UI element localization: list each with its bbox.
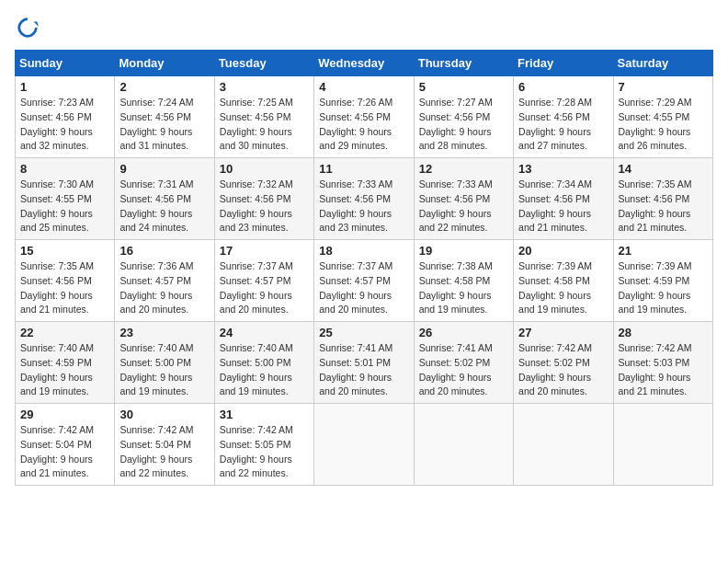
day-number: 8 <box>20 162 109 176</box>
day-info: Sunrise: 7:33 AMSunset: 4:56 PMDaylight:… <box>419 178 508 236</box>
calendar-week-4: 22 Sunrise: 7:40 AMSunset: 4:59 PMDaylig… <box>16 322 713 404</box>
calendar-day-5: 5 Sunrise: 7:27 AMSunset: 4:56 PMDayligh… <box>414 76 513 158</box>
calendar-day-1: 1 Sunrise: 7:23 AMSunset: 4:56 PMDayligh… <box>16 76 115 158</box>
svg-marker-0 <box>34 21 40 27</box>
calendar-day-16: 16 Sunrise: 7:36 AMSunset: 4:57 PMDaylig… <box>115 240 214 322</box>
day-number: 2 <box>119 80 209 94</box>
day-number: 23 <box>119 326 209 339</box>
day-number: 13 <box>518 162 608 176</box>
day-info: Sunrise: 7:27 AMSunset: 4:56 PMDaylight:… <box>419 96 508 154</box>
day-info: Sunrise: 7:36 AMSunset: 4:57 PMDaylight:… <box>119 259 209 317</box>
day-number: 4 <box>319 80 408 94</box>
calendar-day-24: 24 Sunrise: 7:40 AMSunset: 5:00 PMDaylig… <box>214 322 313 404</box>
calendar-empty <box>514 404 613 486</box>
day-info: Sunrise: 7:39 AMSunset: 4:59 PMDaylight:… <box>619 259 708 317</box>
calendar-day-30: 30 Sunrise: 7:42 AMSunset: 5:04 PMDaylig… <box>115 404 214 486</box>
day-number: 6 <box>518 80 608 94</box>
day-info: Sunrise: 7:41 AMSunset: 5:01 PMDaylight:… <box>319 341 408 399</box>
day-number: 29 <box>20 408 109 421</box>
day-info: Sunrise: 7:40 AMSunset: 4:59 PMDaylight:… <box>20 341 109 399</box>
day-info: Sunrise: 7:41 AMSunset: 5:02 PMDaylight:… <box>419 341 508 399</box>
day-info: Sunrise: 7:30 AMSunset: 4:55 PMDaylight:… <box>20 178 109 236</box>
weekday-header-tuesday: Tuesday <box>214 51 313 76</box>
day-info: Sunrise: 7:42 AMSunset: 5:05 PMDaylight:… <box>220 423 309 481</box>
day-number: 26 <box>419 326 508 339</box>
day-number: 20 <box>518 244 608 258</box>
day-number: 15 <box>20 244 109 258</box>
calendar-week-3: 15 Sunrise: 7:35 AMSunset: 4:56 PMDaylig… <box>16 240 713 322</box>
day-info: Sunrise: 7:35 AMSunset: 4:56 PMDaylight:… <box>619 178 708 236</box>
calendar-day-26: 26 Sunrise: 7:41 AMSunset: 5:02 PMDaylig… <box>414 322 513 404</box>
day-number: 21 <box>619 244 708 258</box>
day-info: Sunrise: 7:42 AMSunset: 5:04 PMDaylight:… <box>20 423 109 481</box>
calendar-day-13: 13 Sunrise: 7:34 AMSunset: 4:56 PMDaylig… <box>514 158 613 240</box>
calendar-day-28: 28 Sunrise: 7:42 AMSunset: 5:03 PMDaylig… <box>613 322 712 404</box>
day-number: 31 <box>220 408 309 421</box>
calendar-empty <box>314 404 414 486</box>
logo-icon <box>15 15 40 40</box>
day-number: 9 <box>119 162 209 176</box>
calendar-day-4: 4 Sunrise: 7:26 AMSunset: 4:56 PMDayligh… <box>314 76 414 158</box>
day-info: Sunrise: 7:25 AMSunset: 4:56 PMDaylight:… <box>220 96 309 154</box>
calendar-day-11: 11 Sunrise: 7:33 AMSunset: 4:56 PMDaylig… <box>314 158 414 240</box>
day-info: Sunrise: 7:23 AMSunset: 4:56 PMDaylight:… <box>20 96 109 154</box>
calendar-week-5: 29 Sunrise: 7:42 AMSunset: 5:04 PMDaylig… <box>16 404 713 486</box>
day-number: 25 <box>319 326 408 339</box>
day-number: 17 <box>220 244 309 258</box>
day-info: Sunrise: 7:42 AMSunset: 5:03 PMDaylight:… <box>619 341 708 399</box>
day-number: 27 <box>518 326 608 339</box>
day-info: Sunrise: 7:42 AMSunset: 5:04 PMDaylight:… <box>119 423 209 481</box>
day-info: Sunrise: 7:38 AMSunset: 4:58 PMDaylight:… <box>419 259 508 317</box>
calendar-week-1: 1 Sunrise: 7:23 AMSunset: 4:56 PMDayligh… <box>16 76 713 158</box>
day-info: Sunrise: 7:29 AMSunset: 4:55 PMDaylight:… <box>619 96 708 154</box>
weekday-row: SundayMondayTuesdayWednesdayThursdayFrid… <box>16 51 713 76</box>
day-info: Sunrise: 7:37 AMSunset: 4:57 PMDaylight:… <box>220 259 309 317</box>
calendar-day-15: 15 Sunrise: 7:35 AMSunset: 4:56 PMDaylig… <box>16 240 115 322</box>
day-info: Sunrise: 7:31 AMSunset: 4:56 PMDaylight:… <box>119 178 209 236</box>
day-info: Sunrise: 7:32 AMSunset: 4:56 PMDaylight:… <box>220 178 309 236</box>
day-number: 16 <box>119 244 209 258</box>
calendar-day-17: 17 Sunrise: 7:37 AMSunset: 4:57 PMDaylig… <box>214 240 313 322</box>
calendar-day-10: 10 Sunrise: 7:32 AMSunset: 4:56 PMDaylig… <box>214 158 313 240</box>
calendar-day-31: 31 Sunrise: 7:42 AMSunset: 5:05 PMDaylig… <box>214 404 313 486</box>
day-number: 30 <box>119 408 209 421</box>
day-number: 28 <box>619 326 708 339</box>
calendar-empty <box>414 404 513 486</box>
calendar-day-8: 8 Sunrise: 7:30 AMSunset: 4:55 PMDayligh… <box>16 158 115 240</box>
calendar-day-19: 19 Sunrise: 7:38 AMSunset: 4:58 PMDaylig… <box>414 240 513 322</box>
calendar-body: 1 Sunrise: 7:23 AMSunset: 4:56 PMDayligh… <box>16 76 713 486</box>
calendar-day-12: 12 Sunrise: 7:33 AMSunset: 4:56 PMDaylig… <box>414 158 513 240</box>
calendar-day-2: 2 Sunrise: 7:24 AMSunset: 4:56 PMDayligh… <box>115 76 214 158</box>
day-number: 14 <box>619 162 708 176</box>
day-info: Sunrise: 7:26 AMSunset: 4:56 PMDaylight:… <box>319 96 408 154</box>
day-number: 7 <box>619 80 708 94</box>
day-number: 18 <box>319 244 408 258</box>
day-info: Sunrise: 7:40 AMSunset: 5:00 PMDaylight:… <box>119 341 209 399</box>
weekday-header-monday: Monday <box>115 51 214 76</box>
day-number: 11 <box>319 162 408 176</box>
calendar-day-18: 18 Sunrise: 7:37 AMSunset: 4:57 PMDaylig… <box>314 240 414 322</box>
day-info: Sunrise: 7:24 AMSunset: 4:56 PMDaylight:… <box>119 96 209 154</box>
calendar-day-20: 20 Sunrise: 7:39 AMSunset: 4:58 PMDaylig… <box>514 240 613 322</box>
weekday-header-friday: Friday <box>514 51 613 76</box>
day-number: 3 <box>220 80 309 94</box>
logo <box>15 15 44 40</box>
day-info: Sunrise: 7:33 AMSunset: 4:56 PMDaylight:… <box>319 178 408 236</box>
day-number: 5 <box>419 80 508 94</box>
calendar-day-23: 23 Sunrise: 7:40 AMSunset: 5:00 PMDaylig… <box>115 322 214 404</box>
calendar-day-21: 21 Sunrise: 7:39 AMSunset: 4:59 PMDaylig… <box>613 240 712 322</box>
calendar-table: SundayMondayTuesdayWednesdayThursdayFrid… <box>15 50 713 486</box>
calendar-day-6: 6 Sunrise: 7:28 AMSunset: 4:56 PMDayligh… <box>514 76 613 158</box>
weekday-header-thursday: Thursday <box>414 51 513 76</box>
day-number: 12 <box>419 162 508 176</box>
calendar-day-22: 22 Sunrise: 7:40 AMSunset: 4:59 PMDaylig… <box>16 322 115 404</box>
day-number: 24 <box>220 326 309 339</box>
calendar-day-9: 9 Sunrise: 7:31 AMSunset: 4:56 PMDayligh… <box>115 158 214 240</box>
calendar-day-7: 7 Sunrise: 7:29 AMSunset: 4:55 PMDayligh… <box>613 76 712 158</box>
calendar-day-25: 25 Sunrise: 7:41 AMSunset: 5:01 PMDaylig… <box>314 322 414 404</box>
day-info: Sunrise: 7:39 AMSunset: 4:58 PMDaylight:… <box>518 259 608 317</box>
page-header <box>15 15 713 40</box>
day-info: Sunrise: 7:42 AMSunset: 5:02 PMDaylight:… <box>518 341 608 399</box>
calendar-day-27: 27 Sunrise: 7:42 AMSunset: 5:02 PMDaylig… <box>514 322 613 404</box>
day-info: Sunrise: 7:34 AMSunset: 4:56 PMDaylight:… <box>518 178 608 236</box>
